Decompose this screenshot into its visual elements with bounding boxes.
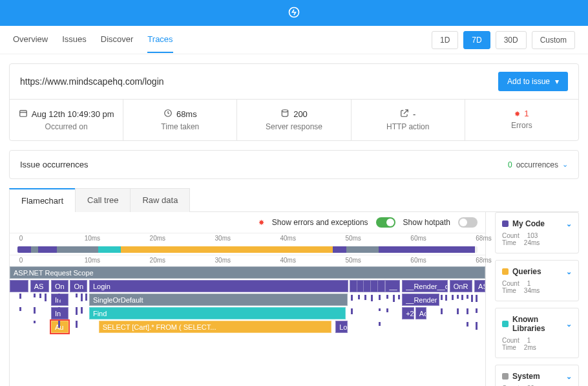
ruler-tick: 20ms [150,235,165,242]
time-value: 2ms [524,344,536,351]
flame-sliver [76,321,78,328]
time-ruler: 010ms20ms30ms40ms50ms60ms68ms [10,233,485,244]
tab-discover[interactable]: Discover [101,27,134,53]
flame-sliver [398,295,400,299]
chevron-down-icon[interactable]: ⌄ [566,320,572,328]
ruler-tick: 10ms [85,257,100,264]
metric-label: Errors [470,121,573,130]
trace-url: https://www.mindscapehq.com/login [20,76,164,87]
occurrences-card: Issue occurrences 0 occurrences ⌄ [9,150,579,179]
flame-span[interactable]: On [51,280,68,292]
ruler-tick: 30ms [215,257,231,264]
chevron-down-icon[interactable]: ⌄ [566,372,572,381]
flame-span[interactable]: __Render__con [402,280,448,292]
svg-point-4 [282,110,288,113]
range-7d[interactable]: 7D [463,31,490,49]
flame-span[interactable]: __Render [402,294,439,306]
flame-sliver [379,322,381,326]
flame-sliver [19,294,21,299]
db-icon [280,109,289,120]
flame-sliver [45,294,47,301]
category-legend: My Code⌄Count103Time24msQueries⌄Count1Ti… [495,212,579,386]
flame-sliver [34,307,36,314]
flame-span[interactable]: +26 [402,307,414,319]
bug-icon: ✸ [258,219,264,227]
legend-item-known-libraries[interactable]: Known Libraries⌄Count1Time2ms [495,308,579,358]
range-custom[interactable]: Custom [532,31,575,49]
count-value: 1 [527,280,531,287]
ruler-tick: 10ms [85,235,100,242]
metric-value: - [413,109,415,119]
tab-overview[interactable]: Overview [13,27,48,53]
legend-label: System [512,372,540,381]
range-30d[interactable]: 30D [496,31,527,49]
minimap-segment [333,246,346,253]
metric-label: HTTP action [357,122,459,131]
chevron-down-icon: ⌄ [562,160,568,169]
flame-span[interactable]: Lo [335,321,347,333]
flame-span[interactable]: Login [89,280,348,292]
flame-rows[interactable]: ASP.NET Request ScopeASOnOnLogin____Rend… [10,266,485,386]
flame-span[interactable]: Find [89,307,346,319]
flame-span[interactable]: ASP.NET Request Scope [10,266,485,279]
ruler-tick: 60ms [410,235,426,242]
tab-flamechart[interactable]: Flamechart [9,188,76,212]
count-value: 103 [527,232,538,239]
metrics-row: Aug 12th 10:49:30 pmOccurred on68msTime … [10,99,578,140]
chevron-down-icon[interactable]: ⌄ [566,220,572,228]
flame-sliver [379,308,381,311]
show-errors-toggle[interactable] [376,217,395,228]
show-hotpath-toggle[interactable] [458,217,478,228]
tab-issues[interactable]: Issues [62,27,87,53]
minimap[interactable] [17,246,478,253]
flame-sliver [452,295,454,300]
flame-sliver [471,295,473,302]
legend-label: Queries [512,267,541,276]
trace-summary-card: https://www.mindscapehq.com/login Add to… [9,63,579,141]
flame-span[interactable]: AS [30,280,49,292]
legend-item-system[interactable]: System⌄Count20Time9ms [495,365,579,386]
flame-span[interactable]: AS [474,280,485,292]
flame-span[interactable]: Ac [415,307,427,319]
svg-rect-1 [19,111,26,116]
flame-sliver [81,294,83,301]
metric-label: Occurred on [15,122,118,131]
add-to-issue-button[interactable]: Add to issue ▾ [498,72,568,91]
minimap-segment [379,246,476,253]
flame-sliver [467,322,468,327]
flame-span[interactable]: SELECT [Cart].* FROM ( SELECT... [99,321,332,333]
count-label: Count [502,232,520,239]
legend-item-my-code[interactable]: My Code⌄Count103Time24ms [495,212,579,253]
legend-item-queries[interactable]: Queries⌄Count1Time34ms [495,260,579,301]
flame-span[interactable]: __ [385,280,399,292]
tab-rawdata[interactable]: Raw data [130,188,190,212]
bug-icon: ✸ [514,109,520,118]
ruler-tick: 60ms [410,257,426,264]
time-value: 34ms [524,287,540,294]
metric-label: Server response [242,122,345,131]
chevron-down-icon[interactable]: ⌄ [566,268,572,276]
flame-span[interactable] [10,280,28,292]
ruler-tick: 40ms [280,257,295,264]
top-bar [0,0,588,26]
occurrences-count[interactable]: 0 occurrences ⌄ [508,160,568,169]
time-range: 1D 7D 30D Custom [432,31,575,49]
flame-sliver [39,294,41,298]
chevron-down-icon: ▾ [555,77,559,86]
minimap-segment [57,246,98,253]
tab-traces[interactable]: Traces [147,27,173,53]
metric-value: 200 [293,109,308,119]
flame-span[interactable]: SingleOrDefault [89,294,348,306]
flame-sliver [81,307,83,314]
flame-sliver [467,308,468,314]
swatch-icon [502,268,509,275]
ruler-tick: 40ms [280,235,295,242]
flame-span[interactable]: OnR [450,280,472,292]
show-hotpath-label: Show hotpath [403,218,450,227]
flame-span[interactable] [377,280,385,292]
trace-tabs: Flamechart Call tree Raw data [9,188,579,212]
range-1d[interactable]: 1D [432,31,458,49]
metric-server-response: 200Server response [237,100,351,140]
flame-span[interactable]: On [70,280,87,292]
tab-calltree[interactable]: Call tree [75,188,131,212]
